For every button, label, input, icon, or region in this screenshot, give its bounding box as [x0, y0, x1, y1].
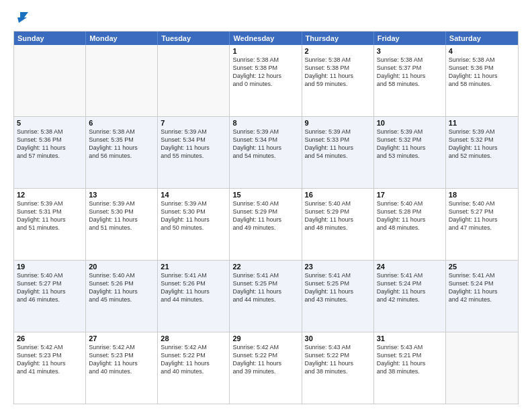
day-number: 31	[377, 334, 443, 342]
day-number: 25	[449, 263, 515, 271]
cell-info: Sunrise: 5:38 AM Sunset: 5:35 PM Dayligh…	[89, 128, 154, 161]
calendar-row-1: 5Sunrise: 5:38 AM Sunset: 5:36 PM Daylig…	[14, 116, 518, 188]
day-number: 29	[232, 334, 298, 342]
day-number: 1	[232, 47, 298, 55]
header-day-saturday: Saturday	[446, 32, 518, 45]
day-number: 22	[232, 263, 298, 271]
day-cell-27: 27Sunrise: 5:42 AM Sunset: 5:23 PM Dayli…	[86, 332, 158, 404]
day-number: 17	[377, 191, 443, 199]
day-cell-6: 6Sunrise: 5:38 AM Sunset: 5:35 PM Daylig…	[86, 117, 158, 188]
day-number: 5	[17, 119, 83, 127]
day-cell-24: 24Sunrise: 5:41 AM Sunset: 5:24 PM Dayli…	[374, 261, 446, 332]
day-cell-29: 29Sunrise: 5:42 AM Sunset: 5:22 PM Dayli…	[230, 332, 302, 404]
cell-info: Sunrise: 5:39 AM Sunset: 5:30 PM Dayligh…	[89, 199, 154, 232]
header	[13, 11, 519, 24]
cell-info: Sunrise: 5:38 AM Sunset: 5:36 PM Dayligh…	[449, 56, 515, 89]
cell-info: Sunrise: 5:43 AM Sunset: 5:21 PM Dayligh…	[377, 343, 443, 376]
empty-cell-4-6	[446, 332, 518, 404]
cell-info: Sunrise: 5:38 AM Sunset: 5:38 PM Dayligh…	[232, 56, 298, 89]
day-cell-16: 16Sunrise: 5:40 AM Sunset: 5:29 PM Dayli…	[302, 189, 374, 260]
day-number: 15	[232, 191, 298, 199]
cell-info: Sunrise: 5:39 AM Sunset: 5:34 PM Dayligh…	[161, 128, 226, 161]
cell-info: Sunrise: 5:42 AM Sunset: 5:22 PM Dayligh…	[161, 343, 226, 376]
day-cell-19: 19Sunrise: 5:40 AM Sunset: 5:27 PM Dayli…	[14, 261, 86, 332]
day-cell-21: 21Sunrise: 5:41 AM Sunset: 5:26 PM Dayli…	[158, 261, 230, 332]
day-number: 2	[305, 47, 371, 55]
day-cell-28: 28Sunrise: 5:42 AM Sunset: 5:22 PM Dayli…	[158, 332, 230, 404]
day-number: 14	[161, 191, 226, 199]
header-day-tuesday: Tuesday	[158, 32, 230, 45]
day-cell-1: 1Sunrise: 5:38 AM Sunset: 5:38 PM Daylig…	[230, 45, 302, 116]
logo-icon	[15, 11, 30, 26]
day-cell-13: 13Sunrise: 5:39 AM Sunset: 5:30 PM Dayli…	[86, 189, 158, 260]
day-cell-9: 9Sunrise: 5:39 AM Sunset: 5:33 PM Daylig…	[302, 117, 374, 188]
cell-info: Sunrise: 5:41 AM Sunset: 5:24 PM Dayligh…	[377, 271, 443, 304]
day-number: 12	[17, 191, 83, 199]
calendar-row-0: 1Sunrise: 5:38 AM Sunset: 5:38 PM Daylig…	[14, 45, 518, 116]
calendar-row-2: 12Sunrise: 5:39 AM Sunset: 5:31 PM Dayli…	[14, 188, 518, 260]
cell-info: Sunrise: 5:42 AM Sunset: 5:23 PM Dayligh…	[17, 343, 83, 376]
day-cell-12: 12Sunrise: 5:39 AM Sunset: 5:31 PM Dayli…	[14, 189, 86, 260]
empty-cell-0-2	[158, 45, 230, 116]
day-cell-26: 26Sunrise: 5:42 AM Sunset: 5:23 PM Dayli…	[14, 332, 86, 404]
day-number: 16	[305, 191, 371, 199]
cell-info: Sunrise: 5:39 AM Sunset: 5:33 PM Dayligh…	[305, 128, 371, 161]
day-cell-4: 4Sunrise: 5:38 AM Sunset: 5:36 PM Daylig…	[446, 45, 518, 116]
cell-info: Sunrise: 5:40 AM Sunset: 5:29 PM Dayligh…	[232, 199, 298, 232]
page: SundayMondayTuesdayWednesdayThursdayFrid…	[0, 0, 532, 411]
day-number: 18	[449, 191, 515, 199]
cell-info: Sunrise: 5:39 AM Sunset: 5:34 PM Dayligh…	[232, 128, 298, 161]
cell-info: Sunrise: 5:40 AM Sunset: 5:29 PM Dayligh…	[305, 199, 371, 232]
day-number: 21	[161, 263, 226, 271]
day-cell-3: 3Sunrise: 5:38 AM Sunset: 5:37 PM Daylig…	[374, 45, 446, 116]
day-cell-7: 7Sunrise: 5:39 AM Sunset: 5:34 PM Daylig…	[158, 117, 230, 188]
day-cell-20: 20Sunrise: 5:40 AM Sunset: 5:26 PM Dayli…	[86, 261, 158, 332]
day-cell-31: 31Sunrise: 5:43 AM Sunset: 5:21 PM Dayli…	[374, 332, 446, 404]
day-number: 19	[17, 263, 83, 271]
day-cell-25: 25Sunrise: 5:41 AM Sunset: 5:24 PM Dayli…	[446, 261, 518, 332]
day-cell-11: 11Sunrise: 5:39 AM Sunset: 5:32 PM Dayli…	[446, 117, 518, 188]
cell-info: Sunrise: 5:40 AM Sunset: 5:26 PM Dayligh…	[89, 271, 154, 304]
cell-info: Sunrise: 5:41 AM Sunset: 5:26 PM Dayligh…	[161, 271, 226, 304]
cell-info: Sunrise: 5:43 AM Sunset: 5:22 PM Dayligh…	[305, 343, 371, 376]
cell-info: Sunrise: 5:40 AM Sunset: 5:27 PM Dayligh…	[17, 271, 83, 304]
day-number: 4	[449, 47, 515, 55]
day-number: 9	[305, 119, 371, 127]
header-day-monday: Monday	[86, 32, 158, 45]
day-cell-17: 17Sunrise: 5:40 AM Sunset: 5:28 PM Dayli…	[374, 189, 446, 260]
day-number: 20	[89, 263, 154, 271]
calendar-body: 1Sunrise: 5:38 AM Sunset: 5:38 PM Daylig…	[14, 45, 518, 404]
day-number: 6	[89, 119, 154, 127]
cell-info: Sunrise: 5:39 AM Sunset: 5:32 PM Dayligh…	[449, 128, 515, 161]
cell-info: Sunrise: 5:38 AM Sunset: 5:38 PM Dayligh…	[305, 56, 371, 89]
day-number: 11	[449, 119, 515, 127]
calendar: SundayMondayTuesdayWednesdayThursdayFrid…	[13, 31, 519, 404]
day-number: 24	[377, 263, 443, 271]
day-number: 28	[161, 334, 226, 342]
cell-info: Sunrise: 5:42 AM Sunset: 5:22 PM Dayligh…	[232, 343, 298, 376]
day-number: 27	[89, 334, 154, 342]
day-number: 8	[232, 119, 298, 127]
calendar-header: SundayMondayTuesdayWednesdayThursdayFrid…	[14, 32, 518, 45]
empty-cell-0-0	[14, 45, 86, 116]
day-cell-22: 22Sunrise: 5:41 AM Sunset: 5:25 PM Dayli…	[230, 261, 302, 332]
logo	[13, 11, 30, 24]
cell-info: Sunrise: 5:40 AM Sunset: 5:27 PM Dayligh…	[449, 199, 515, 232]
cell-info: Sunrise: 5:38 AM Sunset: 5:36 PM Dayligh…	[17, 128, 83, 161]
day-number: 30	[305, 334, 371, 342]
day-cell-14: 14Sunrise: 5:39 AM Sunset: 5:30 PM Dayli…	[158, 189, 230, 260]
cell-info: Sunrise: 5:42 AM Sunset: 5:23 PM Dayligh…	[89, 343, 154, 376]
day-number: 26	[17, 334, 83, 342]
header-day-sunday: Sunday	[14, 32, 86, 45]
day-cell-30: 30Sunrise: 5:43 AM Sunset: 5:22 PM Dayli…	[302, 332, 374, 404]
header-day-thursday: Thursday	[302, 32, 374, 45]
header-day-wednesday: Wednesday	[230, 32, 302, 45]
cell-info: Sunrise: 5:41 AM Sunset: 5:24 PM Dayligh…	[449, 271, 515, 304]
empty-cell-0-1	[86, 45, 158, 116]
day-cell-18: 18Sunrise: 5:40 AM Sunset: 5:27 PM Dayli…	[446, 189, 518, 260]
day-cell-10: 10Sunrise: 5:39 AM Sunset: 5:32 PM Dayli…	[374, 117, 446, 188]
day-cell-8: 8Sunrise: 5:39 AM Sunset: 5:34 PM Daylig…	[230, 117, 302, 188]
day-number: 7	[161, 119, 226, 127]
cell-info: Sunrise: 5:39 AM Sunset: 5:32 PM Dayligh…	[377, 128, 443, 161]
day-number: 13	[89, 191, 154, 199]
